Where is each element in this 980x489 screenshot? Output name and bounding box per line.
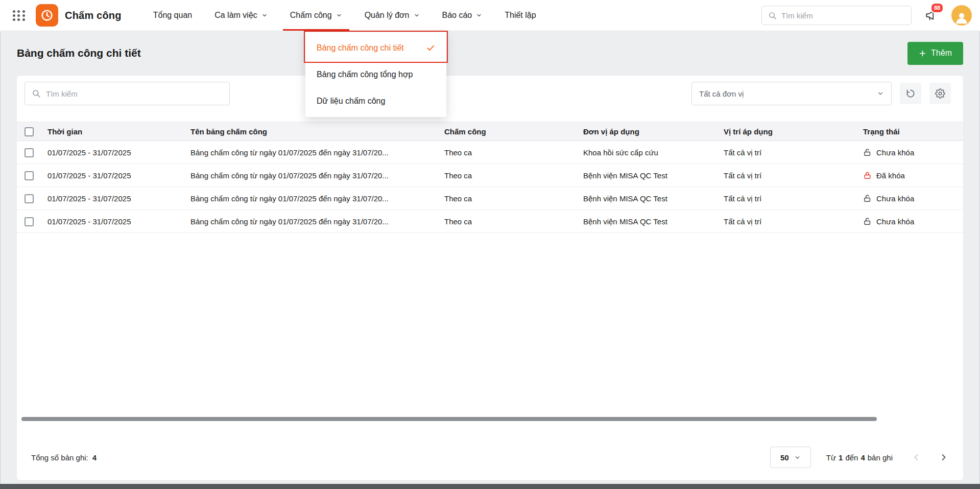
nav-cham-cong[interactable]: Chấm công	[279, 0, 353, 31]
row-checkbox[interactable]	[25, 194, 34, 203]
list-search[interactable]	[25, 82, 230, 105]
range-to: 4	[861, 453, 865, 462]
cell-type: Theo ca	[442, 194, 581, 203]
column-header-type: Chấm công	[442, 127, 581, 136]
main-content: Bảng chấm công chi tiết Thêm Tất cả đơn …	[0, 41, 980, 480]
user-avatar[interactable]	[951, 5, 972, 26]
nav-tong-quan[interactable]: Tổng quan	[142, 0, 204, 31]
cell-unit: Bệnh viện MISA QC Test	[581, 171, 722, 180]
add-button[interactable]: Thêm	[907, 42, 963, 65]
list-search-input[interactable]	[46, 89, 223, 98]
page-title: Bảng chấm công chi tiết	[17, 47, 141, 59]
row-checkbox[interactable]	[25, 148, 34, 157]
pager	[911, 452, 949, 462]
range-mid: đến	[845, 453, 858, 462]
cell-name: Bảng chấm công từ ngày 01/07/2025 đến ng…	[188, 217, 442, 226]
total-records-value: 4	[92, 453, 97, 462]
cell-name: Bảng chấm công từ ngày 01/07/2025 đến ng…	[188, 194, 442, 203]
lock-icon	[863, 217, 872, 226]
menu-item-bang-cham-cong-tong-hop[interactable]: Bảng chấm công tổng hợp	[305, 61, 446, 88]
nav-quan-ly-don[interactable]: Quản lý đơn	[353, 0, 431, 31]
list-toolbar: Tất cả đơn vị	[17, 76, 963, 111]
unit-filter-select[interactable]: Tất cả đơn vị	[691, 82, 892, 105]
page-header: Bảng chấm công chi tiết Thêm	[17, 41, 963, 65]
table-row[interactable]: 01/07/2025 - 31/07/2025 Bảng chấm công t…	[17, 164, 963, 187]
menu-item-label: Dữ liệu chấm công	[317, 97, 385, 106]
toolbar-right: Tất cả đơn vị	[691, 82, 951, 105]
global-search[interactable]	[761, 6, 912, 25]
chevron-down-icon	[476, 12, 482, 18]
main-nav: Tổng quan Ca làm việc Chấm công Quản lý …	[142, 0, 547, 31]
record-range: Từ 1 đến 4 bản ghi	[826, 453, 893, 462]
cham-cong-dropdown: Bảng chấm công chi tiết Bảng chấm công t…	[305, 32, 446, 117]
nav-label: Chấm công	[290, 11, 332, 20]
menu-item-du-lieu-cham-cong[interactable]: Dữ liệu chấm công	[305, 88, 446, 114]
scrollbar-thumb[interactable]	[21, 417, 877, 421]
table-footer: Tổng số bản ghi: 4 50 Từ 1 đến 4 bản ghi	[17, 434, 963, 480]
cell-unit: Bệnh viện MISA QC Test	[581, 194, 722, 203]
column-header-unit: Đơn vị áp dụng	[581, 127, 722, 136]
nav-bao-cao[interactable]: Báo cáo	[431, 0, 494, 31]
notifications-button[interactable]: 88	[923, 7, 940, 24]
prev-page-button[interactable]	[911, 452, 921, 462]
chevron-down-icon	[261, 12, 268, 18]
table-row[interactable]: 01/07/2025 - 31/07/2025 Bảng chấm công t…	[17, 187, 963, 210]
cell-name: Bảng chấm công từ ngày 01/07/2025 đến ng…	[188, 148, 442, 157]
app-title: Chấm công	[65, 10, 122, 21]
range-suffix: bản ghi	[868, 453, 893, 462]
nav-label: Báo cáo	[442, 11, 472, 20]
bottom-bar	[0, 484, 980, 489]
person-icon	[954, 10, 969, 26]
app-launcher-icon[interactable]	[12, 9, 26, 22]
cell-location: Tất cả vị trí	[722, 194, 861, 203]
nav-ca-lam-viec[interactable]: Ca làm việc	[203, 0, 279, 31]
notification-badge: 88	[930, 3, 944, 13]
unit-filter-value: Tất cả đơn vị	[699, 89, 744, 98]
cell-time: 01/07/2025 - 31/07/2025	[45, 194, 188, 203]
settings-button[interactable]	[929, 83, 951, 104]
cell-location: Tất cả vị trí	[722, 148, 861, 157]
cell-type: Theo ca	[442, 148, 581, 157]
row-checkbox[interactable]	[25, 217, 34, 226]
chevron-down-icon	[794, 454, 801, 461]
menu-item-bang-cham-cong-chi-tiet[interactable]: Bảng chấm công chi tiết	[305, 35, 446, 61]
cell-type: Theo ca	[442, 217, 581, 226]
global-search-input[interactable]	[781, 11, 905, 20]
table-row[interactable]: 01/07/2025 - 31/07/2025 Bảng chấm công t…	[17, 141, 963, 164]
nav-label: Quản lý đơn	[365, 11, 410, 20]
page-size-value: 50	[780, 453, 789, 462]
plus-icon	[919, 50, 926, 57]
column-header-name: Tên bảng chấm công	[188, 127, 442, 136]
select-all-checkbox[interactable]	[25, 127, 34, 136]
nav-label: Tổng quan	[153, 11, 193, 20]
nav-thiet-lap[interactable]: Thiết lập	[493, 0, 547, 31]
column-header-time: Thời gian	[45, 127, 188, 136]
topbar-right: 88	[761, 5, 972, 26]
topbar: Chấm công Tổng quan Ca làm việc Chấm côn…	[0, 0, 980, 31]
cell-type: Theo ca	[442, 171, 581, 180]
check-icon	[426, 43, 435, 53]
cell-name: Bảng chấm công từ ngày 01/07/2025 đến ng…	[188, 171, 442, 180]
app-window: Chấm công Tổng quan Ca làm việc Chấm côn…	[0, 0, 980, 489]
app-logo	[36, 4, 58, 27]
chevron-down-icon	[414, 12, 420, 18]
next-page-button[interactable]	[939, 452, 949, 462]
cell-unit: Khoa hồi sức cấp cứu	[581, 148, 722, 157]
table-row[interactable]: 01/07/2025 - 31/07/2025 Bảng chấm công t…	[17, 210, 963, 233]
row-checkbox[interactable]	[25, 171, 34, 180]
refresh-icon	[905, 88, 916, 99]
add-button-label: Thêm	[931, 49, 952, 58]
cell-time: 01/07/2025 - 31/07/2025	[45, 171, 188, 180]
chevron-down-icon	[877, 90, 884, 97]
cell-unit: Bệnh viện MISA QC Test	[581, 217, 722, 226]
lock-icon	[863, 194, 872, 203]
pagination: 50 Từ 1 đến 4 bản ghi	[770, 447, 949, 468]
page-size-select[interactable]: 50	[770, 447, 811, 468]
menu-item-label: Bảng chấm công tổng hợp	[317, 70, 413, 79]
range-prefix: Từ	[826, 453, 836, 462]
clock-icon	[40, 8, 54, 22]
cell-location: Tất cả vị trí	[722, 217, 861, 226]
refresh-button[interactable]	[900, 83, 921, 104]
menu-item-label: Bảng chấm công chi tiết	[317, 43, 404, 53]
total-records: Tổng số bản ghi: 4	[31, 453, 97, 462]
